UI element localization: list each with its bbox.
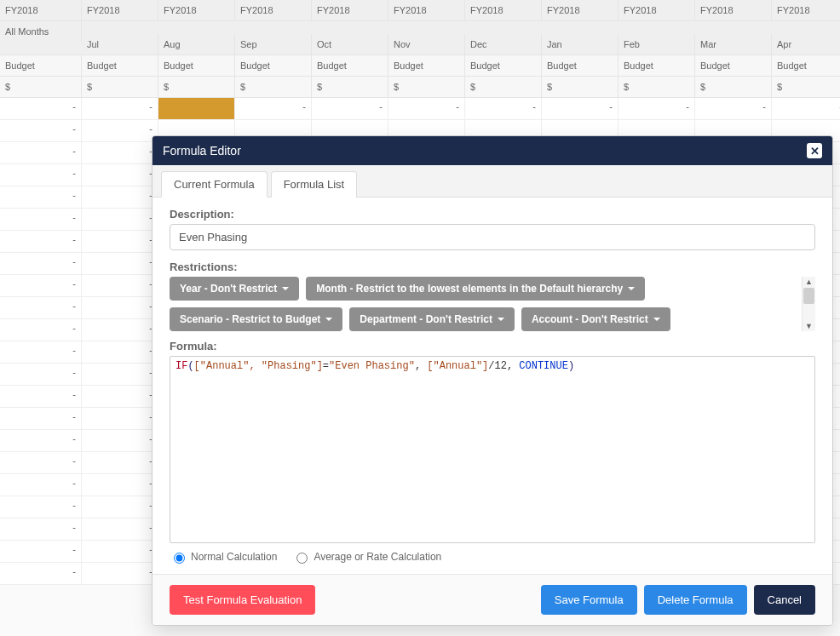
data-cell[interactable]: - <box>388 98 465 119</box>
data-cell[interactable]: - <box>0 319 82 341</box>
restriction-scenario[interactable]: Scenario - Restrict to Budget <box>170 307 342 331</box>
data-cell[interactable]: - <box>82 164 158 186</box>
restriction-department[interactable]: Department - Don't Restrict <box>349 307 515 331</box>
data-cell[interactable]: - <box>695 98 772 119</box>
data-cell[interactable]: - <box>82 430 158 451</box>
data-cell[interactable]: - <box>82 253 158 274</box>
radio-normal-input[interactable] <box>174 553 185 564</box>
close-icon: ✕ <box>810 145 820 158</box>
header-cell: $ <box>465 77 542 97</box>
restriction-month[interactable]: Month - Restrict to the lowest elements … <box>306 277 645 301</box>
delete-formula-button[interactable]: Delete Formula <box>644 585 747 615</box>
data-cell[interactable]: - <box>82 452 158 473</box>
data-cell[interactable]: - <box>0 341 82 363</box>
pill-label: Month - Restrict to the lowest elements … <box>316 283 623 295</box>
data-cell[interactable]: - <box>0 164 82 186</box>
data-cell[interactable]: - <box>82 120 158 141</box>
close-button[interactable]: ✕ <box>807 143 822 158</box>
data-cell[interactable]: - <box>0 120 82 141</box>
description-input[interactable] <box>170 224 815 250</box>
data-cell[interactable]: - <box>0 364 82 385</box>
data-cell[interactable]: - <box>82 186 158 208</box>
header-row-month: All Months Jul Aug Sep Oct Nov Dec Jan F… <box>0 21 840 55</box>
data-cell[interactable]: - <box>82 231 158 252</box>
data-cell[interactable]: - <box>0 408 82 429</box>
data-cell[interactable]: - <box>82 474 158 496</box>
data-cell[interactable] <box>158 98 235 119</box>
header-cell-all-months: All Months <box>0 21 82 42</box>
data-cell[interactable]: - <box>312 98 388 119</box>
token-string: "Even Phasing" <box>329 360 415 372</box>
data-cell[interactable]: - <box>82 541 158 562</box>
header-cell: FY2018 <box>158 0 235 20</box>
radio-average-calc[interactable]: Average or Rate Calculation <box>292 550 441 564</box>
header-cell-month: Jul <box>82 34 158 54</box>
data-cell[interactable]: - <box>772 98 840 119</box>
calc-mode-row: Normal Calculation Average or Rate Calcu… <box>170 550 815 564</box>
header-cell: Budget <box>0 55 82 76</box>
save-formula-button[interactable]: Save Formula <box>541 585 637 615</box>
restriction-year[interactable]: Year - Don't Restrict <box>170 277 299 301</box>
data-cell[interactable]: - <box>82 496 158 518</box>
data-cell[interactable]: - <box>0 452 82 473</box>
data-cell[interactable]: - <box>82 341 158 363</box>
dialog-footer: Test Formula Evaluation Save Formula Del… <box>152 574 832 625</box>
data-cell[interactable]: - <box>0 541 82 562</box>
token-paren: ) <box>568 360 574 372</box>
tab-formula-list[interactable]: Formula List <box>271 171 358 198</box>
pill-label: Account - Don't Restrict <box>532 313 648 325</box>
data-cell[interactable]: - <box>0 186 82 208</box>
dialog-title: Formula Editor <box>163 144 241 158</box>
data-cell[interactable]: - <box>0 209 82 230</box>
formula-textarea[interactable]: IF(["Annual", "Phasing"]="Even Phasing",… <box>170 356 815 543</box>
scroll-up-icon[interactable]: ▲ <box>803 277 815 287</box>
data-cell[interactable]: - <box>82 519 158 540</box>
header-cell-month: Dec <box>465 34 542 54</box>
data-cell[interactable]: - <box>0 98 82 119</box>
test-formula-button[interactable]: Test Formula Evaluation <box>170 585 315 615</box>
data-cell[interactable]: - <box>82 98 158 119</box>
tab-current-formula[interactable]: Current Formula <box>161 171 268 198</box>
data-cell[interactable]: - <box>82 142 158 163</box>
radio-normal-calc[interactable]: Normal Calculation <box>170 550 277 564</box>
data-cell[interactable]: - <box>542 98 618 119</box>
data-cell[interactable]: - <box>0 231 82 252</box>
data-cell[interactable]: - <box>0 519 82 540</box>
header-cell: FY2018 <box>465 0 542 20</box>
header-cell-month: Feb <box>618 34 695 54</box>
data-cell[interactable]: - <box>82 297 158 318</box>
caret-down-icon <box>282 287 289 290</box>
data-cell[interactable]: - <box>0 297 82 318</box>
restrictions-scrollbar[interactable]: ▲ ▼ <box>802 277 815 331</box>
token-paren: ( <box>187 360 193 372</box>
data-cell[interactable]: - <box>82 364 158 385</box>
header-cell: FY2018 <box>542 0 618 20</box>
header-cell: $ <box>0 77 82 97</box>
data-cell[interactable]: - <box>0 496 82 518</box>
radio-average-input[interactable] <box>296 553 308 564</box>
data-cell[interactable]: - <box>82 386 158 407</box>
scroll-thumb[interactable] <box>803 288 814 304</box>
restriction-account[interactable]: Account - Don't Restrict <box>521 307 670 331</box>
data-cell[interactable]: - <box>82 408 158 429</box>
data-cell[interactable]: - <box>0 386 82 407</box>
header-cell-month: Sep <box>235 34 312 54</box>
data-cell[interactable]: - <box>235 98 312 119</box>
data-cell[interactable]: - <box>0 430 82 451</box>
data-cell[interactable]: - <box>465 98 542 119</box>
header-cell-month: Oct <box>312 34 388 54</box>
header-cell: FY2018 <box>772 0 840 20</box>
data-cell[interactable]: - <box>0 253 82 274</box>
restrictions-row: Year - Don't Restrict Month - Restrict t… <box>170 277 815 331</box>
data-cell[interactable]: - <box>82 563 158 584</box>
data-cell[interactable]: - <box>82 275 158 296</box>
data-cell[interactable]: - <box>618 98 695 119</box>
data-cell[interactable]: - <box>0 474 82 496</box>
cancel-button[interactable]: Cancel <box>754 585 815 615</box>
data-cell[interactable]: - <box>82 319 158 341</box>
scroll-down-icon[interactable]: ▼ <box>803 321 815 331</box>
data-cell[interactable]: - <box>0 275 82 296</box>
data-cell[interactable]: - <box>0 142 82 163</box>
data-cell[interactable]: - <box>0 563 82 584</box>
data-cell[interactable]: - <box>82 209 158 230</box>
